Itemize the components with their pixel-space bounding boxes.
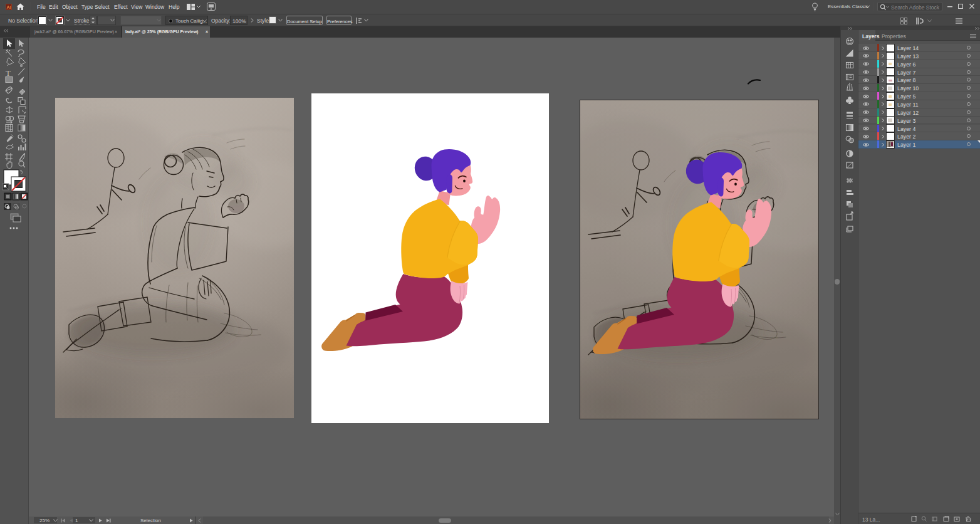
svg-text:T: T [6,68,11,78]
